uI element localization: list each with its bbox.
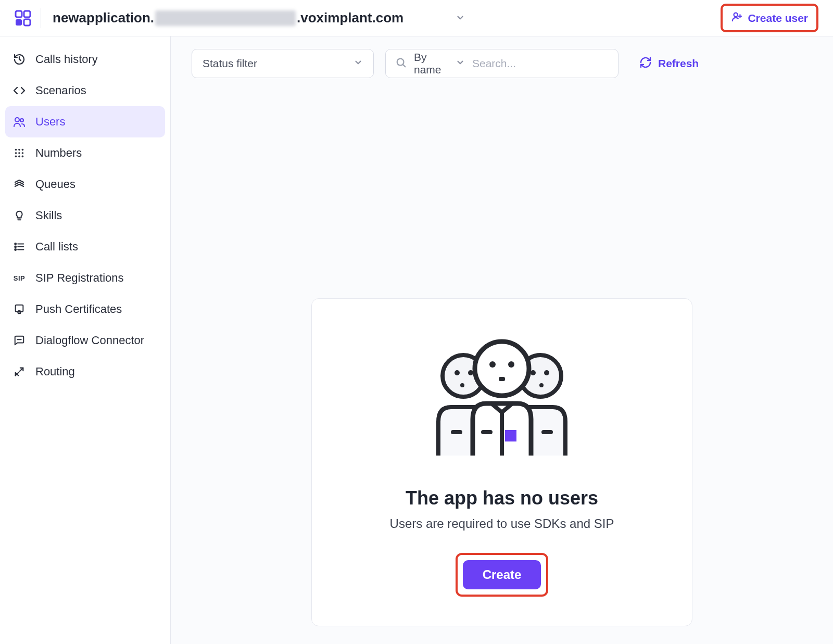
- search-mode-label: By name: [414, 51, 449, 76]
- refresh-button[interactable]: Refresh: [639, 56, 699, 71]
- svg-rect-46: [505, 430, 516, 441]
- sidebar-item-numbers[interactable]: Numbers: [5, 137, 165, 169]
- sidebar-item-calls-history[interactable]: Calls history: [5, 44, 165, 75]
- refresh-label: Refresh: [658, 57, 699, 70]
- svg-point-22: [15, 249, 16, 250]
- users-toolbar: Status filter By name: [192, 49, 812, 78]
- sidebar-item-scenarios[interactable]: Scenarios: [5, 75, 165, 106]
- svg-point-10: [18, 149, 20, 151]
- sidebar-item-label: Routing: [35, 365, 75, 378]
- svg-rect-44: [499, 377, 505, 381]
- layers-icon: [12, 178, 26, 191]
- app-domain-prefix: newapplication.: [53, 10, 154, 26]
- sidebar-item-label: Users: [35, 115, 65, 129]
- sidebar-item-label: Push Certificates: [35, 302, 122, 316]
- app-switcher[interactable]: newapplication. .voximplant.com: [53, 10, 465, 26]
- search-mode-select[interactable]: By name: [414, 51, 465, 76]
- svg-point-32: [455, 370, 460, 375]
- svg-rect-35: [451, 430, 462, 434]
- sidebar-item-label: Dialogflow Connector: [35, 334, 144, 347]
- chat-icon: [12, 335, 26, 346]
- app-logo-icon[interactable]: [15, 10, 31, 27]
- sidebar-item-push-certificates[interactable]: Push Certificates: [5, 294, 165, 325]
- svg-rect-40: [541, 430, 553, 434]
- chevron-down-icon: [456, 57, 465, 70]
- svg-point-7: [15, 118, 19, 122]
- sidebar-item-sip-registrations[interactable]: SIP SIP Registrations: [5, 262, 165, 294]
- svg-point-12: [15, 152, 17, 154]
- history-icon: [12, 53, 26, 66]
- sidebar-item-routing[interactable]: Routing: [5, 356, 165, 387]
- users-empty-illustration-icon: [429, 338, 575, 460]
- status-filter-label: Status filter: [203, 57, 257, 70]
- search-box: By name: [385, 49, 619, 78]
- svg-point-14: [22, 152, 24, 154]
- header-divider: [41, 8, 41, 28]
- sidebar-item-users[interactable]: Users: [5, 106, 165, 137]
- svg-point-41: [475, 342, 529, 396]
- svg-rect-0: [16, 11, 22, 17]
- app-domain-blurred: [155, 10, 296, 26]
- routing-icon: [12, 366, 26, 377]
- svg-point-38: [544, 370, 549, 375]
- svg-point-43: [508, 361, 514, 368]
- svg-point-42: [489, 361, 496, 368]
- svg-point-20: [15, 246, 16, 248]
- svg-point-18: [15, 243, 16, 245]
- empty-state-card: The app has no users Users are required …: [311, 298, 692, 626]
- sidebar-item-call-lists[interactable]: Call lists: [5, 231, 165, 262]
- svg-point-16: [18, 156, 20, 158]
- sidebar-item-label: SIP Registrations: [35, 271, 124, 285]
- svg-rect-47: [481, 430, 493, 434]
- app-domain-suffix: .voximplant.com: [297, 10, 403, 26]
- svg-point-34: [460, 383, 464, 387]
- sidebar-item-label: Queues: [35, 178, 75, 191]
- add-user-icon: [731, 11, 742, 25]
- svg-point-4: [734, 13, 738, 17]
- empty-state-subtitle: Users are required to use SDKs and SIP: [390, 516, 614, 531]
- sidebar-item-dialogflow-connector[interactable]: Dialogflow Connector: [5, 325, 165, 356]
- create-button[interactable]: Create: [463, 560, 541, 589]
- main-content: Status filter By name: [171, 36, 833, 644]
- status-filter-select[interactable]: Status filter: [192, 49, 374, 78]
- chevron-down-icon: [456, 10, 465, 26]
- sidebar-item-label: Scenarios: [35, 84, 86, 97]
- sidebar-item-label: Calls history: [35, 53, 98, 66]
- create-user-button[interactable]: Create user: [721, 4, 818, 32]
- empty-state-title: The app has no users: [406, 487, 598, 509]
- svg-point-33: [468, 370, 473, 375]
- svg-rect-1: [24, 11, 30, 17]
- svg-point-11: [22, 149, 24, 151]
- sidebar-item-skills[interactable]: Skills: [5, 200, 165, 231]
- dialpad-icon: [12, 147, 26, 159]
- svg-rect-2: [16, 19, 22, 26]
- svg-point-13: [18, 152, 20, 154]
- code-icon: [12, 84, 26, 97]
- sidebar-item-label: Call lists: [35, 240, 78, 254]
- svg-line-30: [403, 65, 405, 67]
- chevron-down-icon: [354, 57, 363, 70]
- svg-point-9: [15, 149, 17, 151]
- create-button-label: Create: [483, 567, 522, 582]
- sidebar-item-label: Skills: [35, 209, 62, 222]
- cert-icon: [12, 304, 26, 315]
- refresh-icon: [639, 56, 652, 71]
- svg-point-8: [20, 119, 23, 122]
- svg-rect-3: [24, 19, 30, 26]
- sidebar-item-label: Numbers: [35, 146, 82, 160]
- create-user-label: Create user: [748, 12, 808, 24]
- list-icon: [12, 241, 26, 252]
- sidebar: Calls history Scenarios Users Numbers Qu…: [0, 36, 171, 644]
- sidebar-item-queues[interactable]: Queues: [5, 169, 165, 200]
- svg-point-39: [539, 383, 544, 387]
- create-button-highlight: Create: [456, 553, 549, 597]
- svg-point-37: [531, 370, 536, 375]
- users-icon: [12, 116, 26, 128]
- search-input[interactable]: [472, 57, 609, 70]
- svg-point-17: [22, 156, 24, 158]
- svg-point-15: [15, 156, 17, 158]
- sip-icon: SIP: [12, 274, 26, 282]
- app-header: newapplication. .voximplant.com Create u…: [0, 0, 833, 36]
- search-icon: [395, 57, 407, 71]
- bulb-icon: [12, 210, 26, 221]
